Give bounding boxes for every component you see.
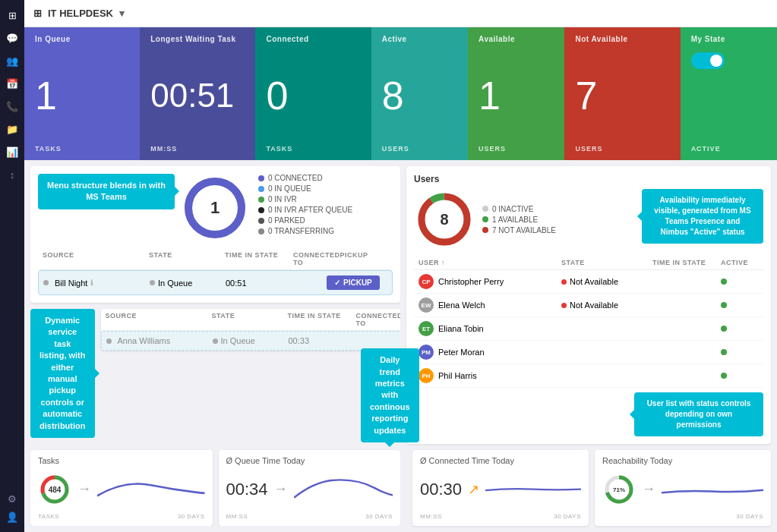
stat-connected-label: Connected xyxy=(266,35,360,43)
users-table-container: USER ↑ STATE TIME IN STATE ACTIVE CP Chr… xyxy=(414,256,763,388)
stat-my-state-label: My State xyxy=(691,35,766,43)
queue-sparkline xyxy=(294,471,393,508)
stat-not-available-sub: USERS xyxy=(575,145,669,153)
task-pickup: ✓ PICKUP xyxy=(327,275,387,290)
auto-task-card: SOURCE STATE TIME IN STATE CONNECTED TO … xyxy=(101,309,401,351)
sidebar-icon-team[interactable]: 👥 xyxy=(3,52,21,70)
stat-in-queue-value: 1 xyxy=(35,46,129,145)
bottom-card-reachability: Reachability Today 71% → xyxy=(595,450,771,526)
tooltip-user-list-container: User list with status controls depending… xyxy=(414,392,763,436)
pickup-button[interactable]: ✓ PICKUP xyxy=(327,275,380,290)
reachability-sparkline xyxy=(662,470,763,508)
topbar-grid-icon: ⊞ xyxy=(33,8,42,19)
users-table-header: USER ↑ STATE TIME IN STATE ACTIVE xyxy=(414,256,763,270)
stat-active-sub: USERS xyxy=(382,145,457,153)
tasks-legend: 0 CONNECTED 0 IN QUEUE 0 IN IVR 0 IN IVR… xyxy=(258,174,352,235)
sidebar-icon-calendar[interactable]: 📅 xyxy=(3,74,21,93)
tasks-table-header: SOURCE STATE TIME IN STATE CONNECTED TO … xyxy=(38,248,393,270)
stat-active-label: Active xyxy=(382,35,457,43)
sidebar-icon-files[interactable]: 📁 xyxy=(3,120,21,138)
bottom-stats-right: Daily trend metrics with continous repor… xyxy=(406,450,771,526)
user-avatar: PM xyxy=(419,345,434,360)
stat-longest-label: Longest Waiting Task xyxy=(150,35,245,43)
table-row: CP Christopher Perry Not Available xyxy=(414,270,763,294)
task-source: Bill Night ℹ xyxy=(43,279,150,288)
auto-table-header: SOURCE STATE TIME IN STATE CONNECTED TO … xyxy=(101,309,401,331)
tasks-donut: 1 xyxy=(181,174,249,242)
users-legend: 0 INACTIVE 1 AVAILABLE 7 NOT AVAILABLE xyxy=(482,205,556,235)
connected-sparkline xyxy=(485,471,581,507)
user-avatar: EW xyxy=(419,297,434,313)
stat-available-value: 1 xyxy=(479,46,554,145)
active-indicator xyxy=(721,373,727,379)
active-indicator xyxy=(721,279,727,285)
reachability-small-donut: 71% xyxy=(602,473,636,506)
tasks-table: SOURCE STATE TIME IN STATE CONNECTED TO … xyxy=(38,248,393,295)
tooltip-availability: Availability immediately visible, genera… xyxy=(642,189,763,244)
tasks-donut-value: 1 xyxy=(210,198,220,218)
sidebar-icon-calls[interactable]: 📞 xyxy=(3,97,21,115)
sidebar-icon-user[interactable]: 👤 xyxy=(3,508,21,526)
active-indicator xyxy=(721,326,727,332)
user-avatar: ET xyxy=(419,321,434,336)
bottom-stats: Tasks 484 → xyxy=(30,450,400,526)
stat-active-value: 8 xyxy=(382,46,457,145)
table-row: Bill Night ℹ In Queue 00:51 ✓ PIC xyxy=(38,270,393,295)
left-panel: Menu structure blends in with MS Teams 1 xyxy=(30,166,400,526)
stat-not-available-label: Not Available xyxy=(575,35,669,43)
table-row: EW Elena Welch Not Available xyxy=(414,294,763,317)
stat-in-queue: In Queue 1 TASKS xyxy=(24,27,140,160)
main-content: ⊞ IT HELPDESK ▾ In Queue 1 TASKS Longest… xyxy=(24,0,777,532)
auto-task-state: In Queue xyxy=(213,336,289,345)
auto-distribution-section: Dynamic service task listing, with eithe… xyxy=(30,309,400,438)
active-indicator xyxy=(721,349,727,355)
sidebar-icon-arrow[interactable]: ↕ xyxy=(3,165,21,184)
tasks-small-donut: 484 xyxy=(38,473,71,506)
sidebar: ⊞ 💬 👥 📅 📞 📁 📊 ↕ ⚙ 👤 xyxy=(0,0,24,532)
stat-available: Available 1 USERS xyxy=(468,27,564,160)
user-name: PH Phil Harris xyxy=(419,368,561,383)
sidebar-icon-chat[interactable]: 💬 xyxy=(3,29,21,47)
tasks-bottom-arrow: → xyxy=(77,481,91,497)
sidebar-icon-chart[interactable]: 📊 xyxy=(3,143,21,161)
bottom-card-queue: Ø Queue Time Today 00:34 → MM:SS 30 DAYS xyxy=(219,450,401,526)
user-name: PM Peter Moran xyxy=(419,345,561,360)
stat-my-state-sub: ACTIVE xyxy=(691,145,766,153)
table-row: ET Eliana Tobin xyxy=(414,317,763,341)
user-name: EW Elena Welch xyxy=(419,297,561,313)
tasks-small-donut-value: 484 xyxy=(49,485,62,493)
stat-connected-value: 0 xyxy=(266,46,360,145)
stat-longest-sub: MM:SS xyxy=(150,145,245,153)
tooltip-user-list: User list with status controls depending… xyxy=(634,392,763,436)
stats-row: In Queue 1 TASKS Longest Waiting Task 00… xyxy=(24,27,777,160)
sidebar-icon-settings[interactable]: ⚙ xyxy=(3,490,21,508)
task-time: 00:51 xyxy=(226,279,294,288)
stat-connected: Connected 0 TASKS xyxy=(255,27,371,160)
stat-not-available: Not Available 7 USERS xyxy=(564,27,680,160)
active-indicator xyxy=(721,302,727,308)
stat-longest-value: 00:51 xyxy=(150,46,245,145)
sidebar-icon-home[interactable]: ⊞ xyxy=(3,6,21,24)
tooltip-daily-trend: Daily trend metrics with continous repor… xyxy=(361,348,419,442)
stat-available-sub: USERS xyxy=(479,145,554,153)
stat-not-available-value: 7 xyxy=(575,46,669,145)
right-panel: Users 8 0 INACTIVE xyxy=(406,166,771,526)
stat-in-queue-label: In Queue xyxy=(35,35,129,43)
bottom-card-tasks: Tasks 484 → xyxy=(30,450,213,526)
user-name: CP Christopher Perry xyxy=(419,274,561,289)
users-donut: 8 xyxy=(414,189,475,250)
tooltip-dynamic-listing: Dynamic service task listing, with eithe… xyxy=(30,309,95,438)
content-area: Menu structure blends in with MS Teams 1 xyxy=(24,160,777,532)
stat-active: Active 8 USERS xyxy=(371,27,468,160)
bottom-card-connected: Ø Connected Time Today 00:30 ↗ MM:SS 30 … xyxy=(412,450,589,526)
table-row: PM Peter Moran xyxy=(414,341,763,364)
reachability-value: 71% xyxy=(613,486,625,493)
tasks-sparkline xyxy=(97,469,205,509)
user-state: Not Available xyxy=(561,277,652,286)
user-state: Not Available xyxy=(561,301,652,310)
my-state-toggle[interactable] xyxy=(691,52,725,69)
topbar-title: IT HELPDESK xyxy=(48,8,113,19)
stat-longest-waiting: Longest Waiting Task 00:51 MM:SS xyxy=(140,27,255,160)
topbar-dropdown-icon[interactable]: ▾ xyxy=(119,8,125,19)
task-state: In Queue xyxy=(150,279,226,288)
